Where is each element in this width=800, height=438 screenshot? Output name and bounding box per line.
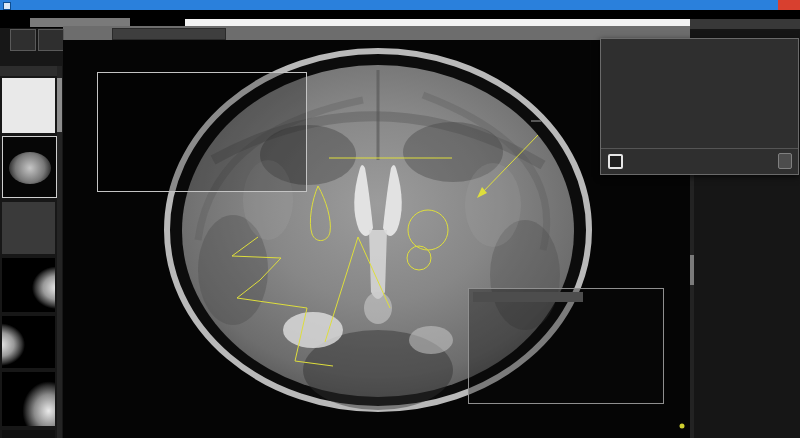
- angle-annotation[interactable]: [325, 237, 390, 342]
- minimize-icon[interactable]: [722, 0, 741, 10]
- circle-roi-annotation[interactable]: [408, 210, 448, 250]
- thumbnail-mg-lcc[interactable]: [2, 316, 55, 368]
- study-card-mammo[interactable]: [2, 202, 55, 254]
- study-card-brain-angio[interactable]: [2, 78, 55, 133]
- list-view-icon[interactable]: [10, 29, 36, 51]
- roi-small-stats: [417, 271, 431, 381]
- tab-studies[interactable]: [690, 19, 800, 29]
- panel-view-icon[interactable]: [38, 29, 64, 51]
- maximize-icon[interactable]: [741, 0, 760, 10]
- thumbnail-mg-4-partial[interactable]: [2, 430, 55, 438]
- viewer-toolbar: [63, 26, 690, 40]
- cursor-dot-icon: [680, 424, 685, 429]
- findings-footer: [601, 148, 798, 174]
- thumbnail-mg-rcc[interactable]: [2, 258, 55, 312]
- sidebar-scrollbar-thumb[interactable]: [57, 78, 62, 132]
- mri-viewport[interactable]: [63, 40, 690, 438]
- text-arrow-label[interactable]: [531, 120, 541, 122]
- delete-button[interactable]: [778, 153, 792, 169]
- arrow-annotation-line[interactable]: [480, 135, 538, 195]
- thumbnail-mr-dwi[interactable]: [2, 136, 57, 198]
- panel-scrollbar-thumb[interactable]: [690, 255, 694, 285]
- panel-scrollbar[interactable]: [690, 173, 694, 438]
- roi3-stats: [318, 236, 331, 346]
- sidebar-section-lenta[interactable]: [0, 66, 57, 76]
- small-circle-roi-annotation[interactable]: [407, 246, 431, 270]
- thumbnail-mg-rmlo[interactable]: [2, 372, 55, 426]
- mean-curve-chart[interactable]: [448, 288, 678, 408]
- findings-list-popup: [600, 38, 799, 175]
- chart-canvas: [448, 288, 678, 408]
- tab-strip-empty: [185, 19, 690, 26]
- dicom-corner-info: [64, 42, 73, 105]
- dicom-bottom-info: [64, 384, 73, 438]
- preset-dropdown[interactable]: [112, 28, 226, 40]
- close-icon[interactable]: [778, 0, 800, 10]
- check-all-checkbox[interactable]: [608, 154, 623, 169]
- roi-histogram-panel[interactable]: [97, 72, 307, 192]
- app-icon: [3, 2, 11, 10]
- series-sidebar: [0, 28, 63, 438]
- mr-thumbnail-image: [9, 152, 51, 184]
- window-titlebar[interactable]: [0, 0, 800, 10]
- closed-curve-annotation[interactable]: [310, 186, 330, 241]
